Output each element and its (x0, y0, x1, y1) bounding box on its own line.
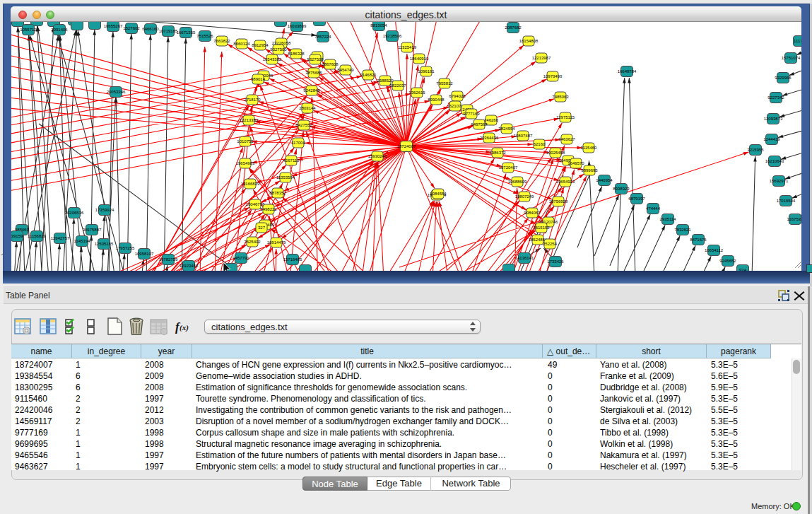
svg-text:1615152: 1615152 (533, 226, 550, 230)
svg-text:8186328: 8186328 (288, 52, 305, 56)
svg-text:12213383: 12213383 (240, 118, 259, 122)
svg-text:15716485: 15716485 (283, 257, 302, 262)
svg-text:7857224: 7857224 (314, 35, 331, 39)
svg-text:117004: 117004 (291, 141, 305, 145)
svg-text:12942757: 12942757 (51, 236, 70, 240)
svg-text:2091406: 2091406 (51, 28, 68, 32)
svg-text:17016504: 17016504 (777, 199, 796, 203)
svg-text:18807249: 18807249 (515, 194, 534, 199)
svg-text:924: 924 (739, 268, 747, 271)
svg-text:19218506: 19218506 (383, 34, 402, 38)
svg-text:11353594: 11353594 (276, 175, 295, 180)
svg-text:8878352: 8878352 (269, 191, 286, 195)
svg-text:8990448: 8990448 (428, 98, 445, 102)
svg-text:989014: 989014 (251, 77, 266, 81)
svg-text:9327500: 9327500 (270, 47, 287, 52)
svg-text:16210643: 16210643 (765, 159, 784, 163)
svg-text:6879197: 6879197 (628, 197, 645, 201)
svg-text:474444: 474444 (646, 206, 661, 211)
svg-text:15751074: 15751074 (782, 56, 801, 60)
svg-text:18724007: 18724007 (397, 144, 416, 148)
svg-text:9327508: 9327508 (307, 57, 324, 62)
svg-text:10655267: 10655267 (104, 24, 123, 28)
svg-text:9777169: 9777169 (463, 112, 480, 116)
svg-text:10688609: 10688609 (508, 180, 527, 184)
svg-text:17359924: 17359924 (95, 208, 114, 212)
svg-text:7515526: 7515526 (196, 34, 213, 38)
svg-text:11156829: 11156829 (28, 234, 46, 238)
svg-text:4267110: 4267110 (283, 158, 300, 163)
svg-text:1527602: 1527602 (123, 26, 140, 30)
svg-text:7986372: 7986372 (489, 151, 506, 155)
svg-text:6497568: 6497568 (471, 122, 488, 127)
svg-text:1145194: 1145194 (74, 239, 91, 243)
svg-text:1010755: 1010755 (237, 139, 254, 144)
svg-text:9084067: 9084067 (524, 211, 541, 215)
svg-text:10958107: 10958107 (135, 252, 154, 256)
svg-text:6794028: 6794028 (449, 94, 466, 98)
svg-text:20206536: 20206536 (65, 211, 84, 215)
svg-text:19654983: 19654983 (236, 161, 255, 165)
svg-text:16648784: 16648784 (618, 69, 637, 74)
svg-text:12505185: 12505185 (95, 242, 114, 246)
svg-text:12093873: 12093873 (764, 117, 783, 121)
svg-text:2588520: 2588520 (377, 78, 394, 83)
svg-text:20053346: 20053346 (107, 90, 126, 94)
svg-text:15720407: 15720407 (499, 165, 518, 170)
svg-text:1167533: 1167533 (787, 217, 801, 221)
svg-text:5822037: 5822037 (389, 83, 406, 88)
svg-text:9227342: 9227342 (767, 95, 784, 100)
svg-text:8938923: 8938923 (613, 187, 630, 191)
svg-text:10025458: 10025458 (546, 151, 565, 155)
svg-text:16154808: 16154808 (519, 39, 539, 43)
svg-text:6466160: 6466160 (142, 27, 159, 31)
svg-text:1084554: 1084554 (430, 192, 447, 196)
svg-text:1440954: 1440954 (596, 178, 613, 182)
svg-text:20364436: 20364436 (480, 136, 499, 140)
svg-text:30975887: 30975887 (83, 228, 102, 232)
svg-text:39159: 39159 (11, 234, 23, 238)
svg-text:16046798: 16046798 (246, 202, 265, 206)
svg-text:8813054: 8813054 (370, 23, 387, 28)
svg-text:12923468: 12923468 (180, 264, 199, 268)
svg-text:2803144: 2803144 (299, 106, 316, 110)
svg-text:327: 327 (258, 226, 266, 230)
svg-text:5498222: 5498222 (260, 207, 277, 211)
svg-text:7663822: 7663822 (213, 39, 230, 43)
svg-text:7832621: 7832621 (674, 228, 691, 232)
svg-text:17957255: 17957255 (116, 246, 135, 250)
svg-text:16543382: 16543382 (263, 57, 282, 62)
svg-text:19654923: 19654923 (556, 180, 575, 184)
svg-text:18640910: 18640910 (410, 57, 429, 61)
svg-text:3875685: 3875685 (305, 71, 322, 75)
svg-text:9329966: 9329966 (775, 76, 792, 80)
svg-text:1096161: 1096161 (418, 69, 435, 74)
svg-text:10654112: 10654112 (705, 248, 724, 252)
svg-text:2935114: 2935114 (660, 217, 677, 221)
svg-text:10973493: 10973493 (543, 74, 563, 78)
svg-text:12975115: 12975115 (556, 115, 575, 119)
svg-text:(x): (x) (180, 323, 189, 332)
svg-text:3215955: 3215955 (747, 148, 764, 152)
svg-text:16671355: 16671355 (177, 30, 196, 35)
svg-text:14136141: 14136141 (515, 256, 534, 260)
svg-text:9463627: 9463627 (558, 137, 575, 141)
svg-text:16914479: 16914479 (267, 240, 286, 245)
svg-text:1244419: 1244419 (763, 137, 780, 141)
svg-text:2867608: 2867608 (322, 62, 339, 66)
svg-text:8427552: 8427552 (295, 123, 312, 127)
svg-text:9146821: 9146821 (360, 73, 377, 77)
svg-text:15692971: 15692971 (770, 179, 789, 183)
svg-text:1733426: 1733426 (547, 259, 564, 264)
svg-text:11325419: 11325419 (398, 45, 417, 49)
svg-text:19166829: 19166829 (241, 182, 260, 186)
svg-text:16033809: 16033809 (288, 24, 307, 28)
svg-text:7625402: 7625402 (244, 240, 261, 244)
svg-text:8471676: 8471676 (690, 238, 707, 242)
svg-text:9115460: 9115460 (581, 146, 598, 150)
svg-text:8454749: 8454749 (337, 68, 354, 72)
svg-text:1055712: 1055712 (20, 28, 37, 32)
svg-text:252254: 252254 (543, 242, 558, 246)
svg-text:8660124: 8660124 (233, 42, 250, 46)
svg-text:15930243: 15930243 (368, 154, 387, 158)
